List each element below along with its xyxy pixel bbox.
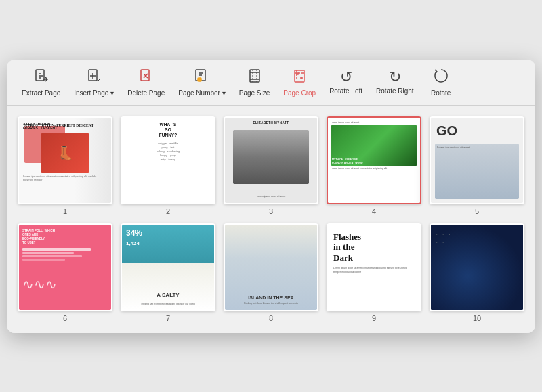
page-crop-label: Page Crop <box>283 89 316 97</box>
page-label-10: 10 <box>473 314 481 322</box>
page-size-icon <box>247 68 263 87</box>
insert-page-button[interactable]: Insert Page ▾ <box>67 64 121 101</box>
page-number-button[interactable]: Page Number ▾ <box>171 64 232 101</box>
page-number-icon <box>194 68 210 87</box>
svg-rect-6 <box>295 70 304 82</box>
page-size-button[interactable]: Page Size <box>232 64 277 101</box>
insert-page-icon <box>86 68 102 87</box>
toolbar: Extract Page Insert Page ▾ Delete Page <box>7 60 535 106</box>
rotate-right-label: Rotate Right <box>376 87 414 95</box>
rotate-right-button[interactable]: ↻ Rotate Right <box>369 66 421 99</box>
page-label-7: 7 <box>166 314 170 322</box>
page-col-10: · · ·· ·· · · · ·· · 10 <box>430 223 524 322</box>
page-col-5: GO Lorem ipsum dolor sit amet 5 <box>430 116 524 215</box>
page-thumb-10[interactable]: · · ·· ·· · · · ·· · <box>430 223 524 311</box>
page-preview-6: STRAIN POLL: WHICHONES AREECO-FRIENDLYTO… <box>19 225 111 310</box>
page-preview-10: · · ·· ·· · · · ·· · <box>431 225 523 310</box>
content-area: A FROSTBITTENFURRIEST DESCENT 👢 Lorem ip… <box>7 106 535 333</box>
page-preview-5: GO Lorem ipsum dolor sit amet <box>431 118 523 203</box>
page-col-9: Flashesin theDark Lorem ipsum dolor sit … <box>327 223 421 322</box>
page-thumb-4[interactable]: Lorem ipsum dolor sit amet MYTHICAL CREA… <box>327 116 421 204</box>
delete-page-button[interactable]: Delete Page <box>121 64 171 101</box>
page-crop-icon <box>291 68 308 87</box>
page-preview-2: WHAT'SSOFUNNY? wriggle waddlepong fartpo… <box>122 118 214 203</box>
page-thumb-2[interactable]: WHAT'SSOFUNNY? wriggle waddlepong fartpo… <box>121 116 215 204</box>
delete-page-label: Delete Page <box>127 89 165 97</box>
page-thumb-3[interactable]: ELIZABETH MYNATT Lorem ipsum dolor sit a… <box>224 116 318 204</box>
page-thumb-1[interactable]: A FROSTBITTENFURRIEST DESCENT 👢 Lorem ip… <box>18 116 112 204</box>
extract-page-icon <box>33 68 49 87</box>
page-col-8: ISLAND IN THE SEA Finding an island life… <box>224 223 318 322</box>
rotate-left-button[interactable]: ↺ Rotate Left <box>322 66 369 99</box>
page-thumb-6[interactable]: STRAIN POLL: WHICHONES AREECO-FRIENDLYTO… <box>18 223 112 311</box>
page-label-6: 6 <box>63 314 67 322</box>
page-label-3: 3 <box>269 207 273 215</box>
page-thumb-5[interactable]: GO Lorem ipsum dolor sit amet <box>430 116 524 204</box>
insert-page-label: Insert Page ▾ <box>74 89 114 97</box>
rotate-right-icon: ↻ <box>389 70 401 85</box>
page-size-label: Page Size <box>239 89 270 97</box>
page-thumb-9[interactable]: Flashesin theDark Lorem ipsum dolor sit … <box>327 223 421 311</box>
rotate-left-icon: ↺ <box>340 70 352 85</box>
app-window: Extract Page Insert Page ▾ Delete Page <box>7 60 535 333</box>
delete-page-icon <box>138 68 154 87</box>
page-label-2: 2 <box>166 207 170 215</box>
page-preview-1: A FROSTBITTENFURRIEST DESCENT 👢 Lorem ip… <box>19 118 111 203</box>
page-thumb-8[interactable]: ISLAND IN THE SEA Finding an island life… <box>224 223 318 311</box>
page-col-3: ELIZABETH MYNATT Lorem ipsum dolor sit a… <box>224 116 318 215</box>
page-col-1: A FROSTBITTENFURRIEST DESCENT 👢 Lorem ip… <box>18 116 112 215</box>
page-label-9: 9 <box>372 314 376 322</box>
page-label-5: 5 <box>475 207 479 215</box>
svg-rect-4 <box>198 78 201 81</box>
rotate-icon <box>433 68 449 87</box>
pages-row-2: STRAIN POLL: WHICHONES AREECO-FRIENDLYTO… <box>18 223 524 322</box>
page-col-4: Lorem ipsum dolor sit amet MYTHICAL CREA… <box>327 116 421 215</box>
page-col-2: WHAT'SSOFUNNY? wriggle waddlepong fartpo… <box>121 116 215 215</box>
page-label-8: 8 <box>269 314 273 322</box>
extract-page-label: Extract Page <box>22 89 60 97</box>
page-thumb-7[interactable]: 34%1,424 A SALTY Finding salt from the o… <box>121 223 215 311</box>
extract-page-button[interactable]: Extract Page <box>15 64 67 101</box>
pages-row-1: A FROSTBITTENFURRIEST DESCENT 👢 Lorem ip… <box>18 116 524 215</box>
rotate-label: Rotate <box>431 89 451 97</box>
page-crop-button[interactable]: Page Crop <box>276 64 322 101</box>
page-label-1: 1 <box>63 207 67 215</box>
svg-rect-5 <box>250 70 259 82</box>
page-preview-8: ISLAND IN THE SEA Finding an island life… <box>225 225 317 310</box>
rotate-left-label: Rotate Left <box>329 87 362 95</box>
page-col-7: 34%1,424 A SALTY Finding salt from the o… <box>121 223 215 322</box>
page-number-label: Page Number ▾ <box>178 89 225 97</box>
page-label-4: 4 <box>372 207 376 215</box>
page-preview-7: 34%1,424 A SALTY Finding salt from the o… <box>122 225 214 310</box>
page-preview-3: ELIZABETH MYNATT Lorem ipsum dolor sit a… <box>225 118 317 203</box>
page-preview-9: Flashesin theDark Lorem ipsum dolor sit … <box>328 225 420 310</box>
page-col-6: STRAIN POLL: WHICHONES AREECO-FRIENDLYTO… <box>18 223 112 322</box>
rotate-button[interactable]: Rotate <box>421 64 461 101</box>
page-preview-4: Lorem ipsum dolor sit amet MYTHICAL CREA… <box>328 118 420 203</box>
